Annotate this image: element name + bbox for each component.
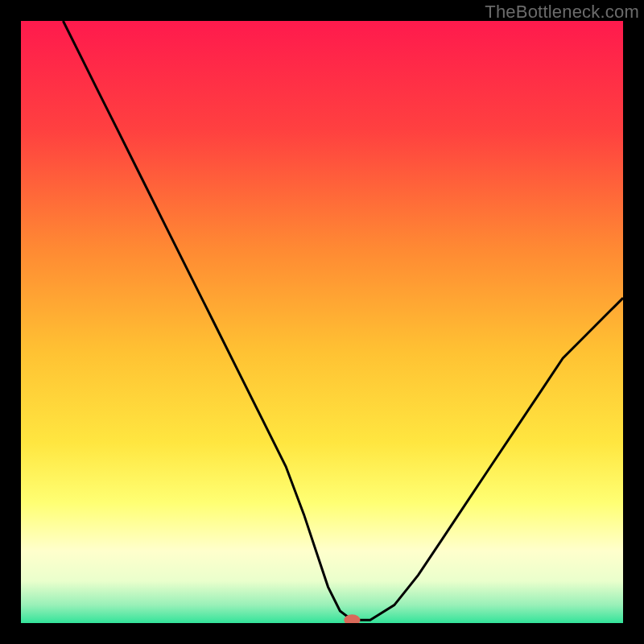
chart-frame <box>21 21 623 623</box>
gradient-rect <box>21 21 623 623</box>
chart-svg <box>21 21 623 623</box>
watermark-label: TheBottleneck.com <box>485 2 639 23</box>
plot-area <box>21 21 623 623</box>
